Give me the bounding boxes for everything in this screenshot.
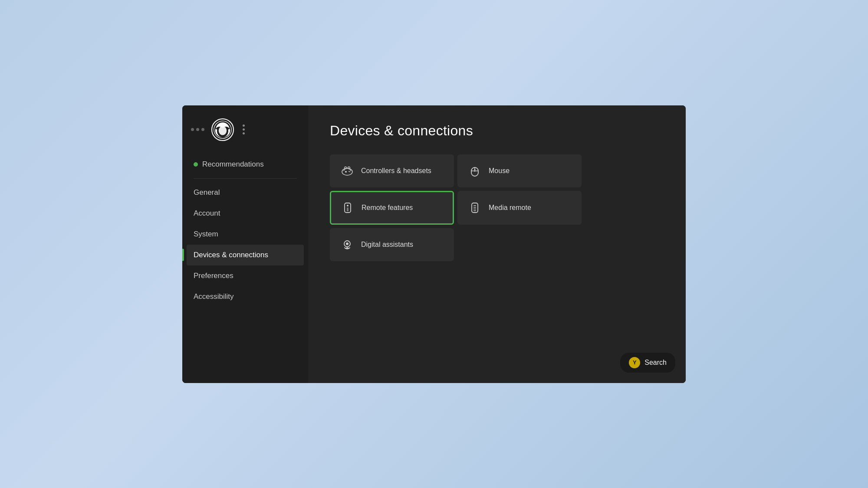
- main-content: Devices & connections: [308, 105, 686, 383]
- nav-dot-1: [191, 128, 194, 131]
- grid-item-remote-features-label: Remote features: [362, 204, 413, 212]
- svg-rect-16: [347, 209, 349, 210]
- grid-item-mouse[interactable]: Mouse: [457, 154, 582, 187]
- bottom-bar: Y Search: [620, 353, 675, 373]
- sidebar-item-account-label: Account: [194, 209, 220, 218]
- sidebar-item-system[interactable]: System: [187, 224, 304, 245]
- sidebar: Recommendations General Account System D…: [182, 105, 308, 383]
- menu-dots[interactable]: [243, 124, 245, 134]
- svg-point-1: [219, 126, 227, 135]
- sidebar-item-devices-label: Devices & connections: [194, 251, 268, 259]
- grid-item-media-remote[interactable]: Media remote: [457, 191, 582, 225]
- svg-point-2: [342, 168, 352, 175]
- grid-item-remote-features[interactable]: Remote features: [330, 191, 454, 225]
- svg-point-5: [349, 171, 349, 172]
- y-button-label: Y: [633, 359, 637, 366]
- svg-rect-22: [473, 210, 476, 211]
- sidebar-item-recommendations-label: Recommendations: [202, 160, 264, 169]
- svg-rect-4: [345, 171, 347, 172]
- menu-dot-3: [243, 132, 245, 134]
- grid-item-media-remote-label: Media remote: [489, 204, 531, 212]
- nav-items: Recommendations General Account System D…: [182, 154, 308, 307]
- recommendations-dot: [194, 162, 198, 167]
- menu-dot-2: [243, 128, 245, 131]
- grid-item-controllers[interactable]: Controllers & headsets: [330, 154, 454, 187]
- sidebar-item-general-label: General: [194, 188, 220, 197]
- svg-rect-21: [473, 209, 476, 210]
- sidebar-item-accessibility[interactable]: Accessibility: [187, 286, 304, 307]
- sidebar-divider-1: [194, 178, 297, 179]
- grid-item-digital-assistants-label: Digital assistants: [361, 241, 413, 249]
- page-title: Devices & connections: [330, 123, 664, 139]
- nav-dot-2: [196, 128, 199, 131]
- sidebar-item-recommendations[interactable]: Recommendations: [187, 154, 304, 175]
- svg-rect-17: [347, 210, 349, 211]
- media-remote-icon: [469, 202, 481, 214]
- sidebar-item-general[interactable]: General: [187, 182, 304, 203]
- nav-dot-3: [201, 128, 204, 131]
- sidebar-header: [182, 114, 308, 154]
- sidebar-item-preferences[interactable]: Preferences: [187, 265, 304, 286]
- dots-nav: [191, 128, 204, 131]
- sidebar-item-preferences-label: Preferences: [194, 272, 233, 280]
- remote-icon: [342, 202, 354, 214]
- search-button[interactable]: Y Search: [620, 353, 675, 373]
- svg-point-12: [474, 169, 476, 170]
- sidebar-item-accessibility-label: Accessibility: [194, 292, 234, 301]
- main-window: Recommendations General Account System D…: [182, 105, 686, 383]
- svg-point-24: [346, 242, 349, 245]
- xbox-logo[interactable]: [211, 118, 234, 141]
- sidebar-item-account[interactable]: Account: [187, 203, 304, 224]
- grid-item-mouse-label: Mouse: [489, 167, 510, 175]
- svg-point-6: [349, 171, 350, 172]
- search-button-label: Search: [644, 359, 667, 367]
- grid: Controllers & headsets Mouse: [330, 154, 582, 261]
- mouse-icon: [469, 165, 481, 177]
- sidebar-item-system-label: System: [194, 230, 218, 239]
- grid-item-digital-assistants[interactable]: Digital assistants: [330, 228, 454, 261]
- grid-item-controllers-label: Controllers & headsets: [361, 167, 431, 175]
- svg-rect-18: [472, 203, 478, 213]
- svg-point-14: [347, 205, 349, 206]
- digital-assistant-icon: [341, 239, 353, 251]
- svg-rect-20: [473, 207, 476, 208]
- svg-rect-19: [473, 205, 476, 206]
- controller-icon: [341, 165, 353, 177]
- y-button-icon: Y: [629, 357, 640, 368]
- svg-rect-15: [347, 208, 349, 209]
- sidebar-item-devices[interactable]: Devices & connections: [187, 245, 304, 265]
- menu-dot-1: [243, 124, 245, 127]
